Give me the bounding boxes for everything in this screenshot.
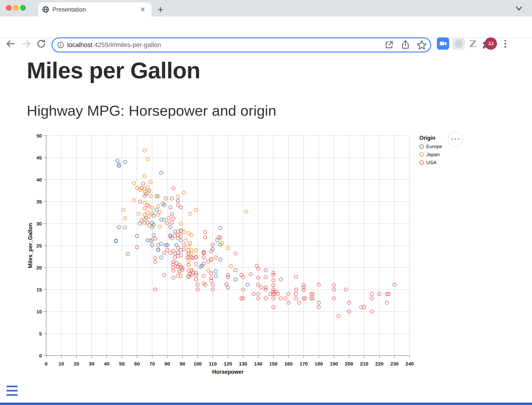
svg-text:0: 0: [39, 353, 42, 358]
data-point: [279, 297, 283, 300]
data-point: [195, 208, 198, 211]
data-point: [154, 237, 157, 240]
data-point: [159, 256, 163, 259]
data-point: [214, 256, 218, 259]
svg-text:80: 80: [164, 361, 170, 366]
chart-actions-button[interactable]: [448, 132, 463, 147]
data-point: [163, 251, 166, 255]
data-point: [126, 252, 130, 256]
data-point: [204, 230, 207, 234]
data-point: [149, 195, 152, 198]
data-point: [179, 234, 183, 237]
data-point: [149, 181, 152, 184]
data-point: [188, 242, 192, 245]
data-point: [157, 213, 160, 216]
data-point: [122, 208, 125, 211]
data-point: [210, 272, 213, 275]
svg-text:200: 200: [345, 361, 353, 366]
data-point: [385, 301, 389, 304]
data-point: [169, 251, 172, 255]
data-point: [182, 191, 185, 195]
y-axis-title: Miles_per_Gallon: [27, 223, 33, 268]
data-point: [132, 182, 136, 185]
data-point: [195, 273, 198, 277]
data-point: [370, 292, 374, 296]
legend-label: Japan: [426, 152, 440, 157]
data-point: [294, 297, 298, 300]
data-point: [164, 197, 168, 200]
svg-text:170: 170: [299, 361, 308, 366]
data-point: [202, 274, 205, 277]
scatter-points: [114, 149, 396, 317]
data-point: [123, 226, 127, 229]
data-point: [279, 278, 283, 281]
data-point: [169, 206, 172, 209]
svg-text:10: 10: [36, 309, 42, 314]
legend-entry-usa: USA: [419, 160, 442, 165]
data-point: [252, 292, 255, 296]
data-point: [246, 283, 249, 286]
data-point: [123, 160, 127, 164]
data-point: [143, 149, 146, 152]
hamburger-icon[interactable]: [6, 386, 18, 398]
data-point: [172, 276, 175, 279]
legend-symbol: [419, 144, 424, 149]
data-point: [167, 217, 171, 220]
data-point: [219, 226, 222, 230]
data-point: [260, 286, 263, 289]
svg-text:30: 30: [36, 221, 42, 226]
data-point: [184, 239, 187, 243]
data-point: [143, 207, 146, 210]
data-point: [176, 246, 180, 249]
svg-text:180: 180: [314, 361, 323, 366]
data-point: [143, 174, 146, 178]
legend-label: USA: [426, 160, 437, 165]
svg-text:90: 90: [180, 361, 185, 366]
data-point: [337, 314, 340, 318]
data-point: [214, 270, 218, 273]
svg-text:110: 110: [209, 361, 217, 366]
svg-text:220: 220: [375, 361, 383, 366]
data-point: [195, 262, 198, 266]
svg-text:160: 160: [284, 361, 293, 366]
svg-text:35: 35: [36, 199, 42, 204]
data-point: [219, 258, 222, 261]
data-point: [169, 225, 172, 229]
data-point: [157, 204, 160, 208]
data-point: [187, 260, 190, 263]
accent-bottom-bar: [0, 403, 532, 405]
svg-text:40: 40: [36, 177, 42, 182]
data-point: [176, 199, 180, 202]
data-point: [155, 208, 158, 211]
svg-text:5: 5: [39, 331, 42, 336]
svg-text:230: 230: [390, 361, 399, 366]
data-point: [207, 260, 210, 263]
data-point: [170, 197, 173, 200]
svg-text:0: 0: [45, 361, 48, 366]
legend-title: Origin: [419, 135, 442, 141]
data-point: [179, 254, 183, 257]
data-point: [142, 182, 145, 185]
data-point: [234, 252, 237, 255]
svg-text:40: 40: [104, 361, 109, 366]
data-point: [152, 233, 155, 236]
data-point: [294, 275, 298, 278]
svg-text:210: 210: [360, 361, 368, 366]
data-point: [249, 272, 252, 276]
x-axis-title: Horsepower: [212, 369, 244, 375]
data-point: [190, 233, 193, 236]
svg-text:50: 50: [119, 361, 124, 366]
data-point: [234, 269, 237, 272]
data-point: [264, 269, 267, 272]
svg-text:240: 240: [405, 361, 414, 366]
data-point: [159, 171, 163, 175]
chart-tick-labels: 0102030405060708090100110120130140150160…: [36, 133, 414, 366]
mpg-scatter-chart: 0102030405060708090100110120130140150160…: [0, 0, 532, 405]
data-point: [234, 278, 237, 281]
svg-text:15: 15: [36, 287, 42, 292]
data-point: [143, 213, 146, 216]
data-point: [172, 217, 175, 221]
legend-symbol: [419, 152, 424, 157]
data-point: [170, 213, 173, 216]
dot-icon: [454, 138, 456, 140]
